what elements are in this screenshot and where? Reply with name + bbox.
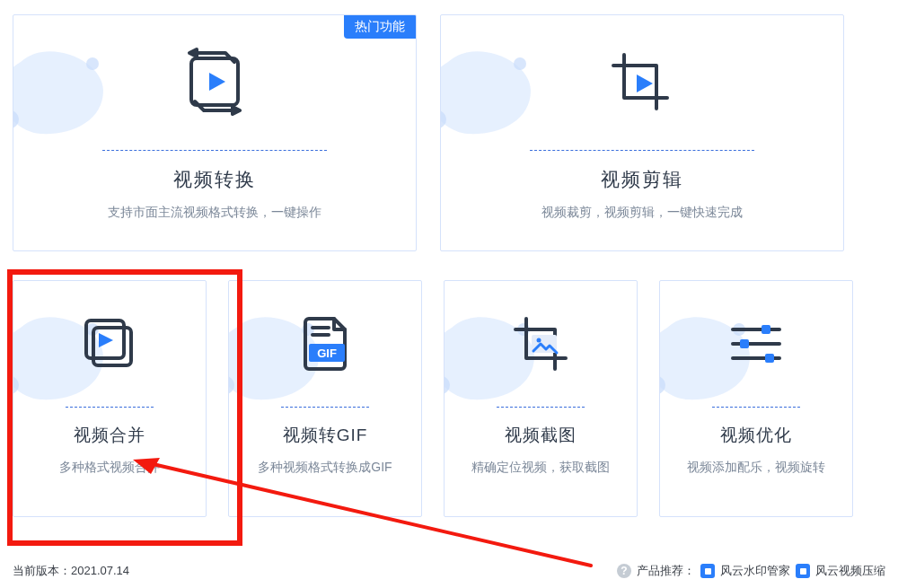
recommend-link-compress[interactable]: 风云视频压缩 (815, 563, 885, 579)
card-video-merge[interactable]: 视频合并 多种格式视频合并 (13, 280, 207, 517)
card-subtitle: 多种视频格式转换成GIF (247, 460, 402, 476)
svg-marker-5 (209, 73, 225, 91)
help-icon[interactable]: ? (617, 564, 631, 578)
card-video-convert[interactable]: 热门功能 视频转换 支持市面主流视频格式转换，一键操作 (13, 14, 417, 251)
app-icon-watermark (700, 564, 715, 578)
svg-point-23 (537, 338, 541, 343)
convert-icon (13, 15, 416, 148)
snapshot-icon (445, 281, 637, 405)
card-video-edit[interactable]: 视频剪辑 视频裁剪，视频剪辑，一键快速完成 (440, 14, 844, 251)
card-title: 视频优化 (720, 424, 792, 447)
merge-icon (13, 281, 206, 405)
app-icon-compress (796, 564, 810, 578)
card-title: 视频剪辑 (601, 167, 683, 192)
svg-rect-30 (740, 339, 749, 348)
svg-marker-8 (637, 75, 653, 92)
card-title: 视频合并 (74, 424, 145, 447)
gif-icon: GIF (229, 281, 421, 405)
recommend-link-watermark[interactable]: 风云水印管家 (720, 563, 790, 579)
card-subtitle: 多种格式视频合并 (48, 460, 171, 476)
svg-text:GIF: GIF (317, 347, 337, 360)
card-video-to-gif[interactable]: GIF 视频转GIF 多种视频格式转换成GIF (228, 280, 422, 517)
svg-marker-3 (189, 49, 197, 57)
card-subtitle: 视频裁剪，视频剪辑，一键快速完成 (531, 205, 753, 221)
sliders-icon (660, 281, 852, 405)
svg-rect-31 (765, 354, 774, 363)
svg-rect-29 (762, 325, 770, 334)
version-text: 当前版本：2021.07.14 (13, 563, 129, 579)
svg-marker-4 (233, 107, 240, 114)
card-subtitle: 精确定位视频，获取截图 (461, 460, 621, 476)
card-subtitle: 视频添加配乐，视频旋转 (676, 460, 836, 476)
card-title: 视频截图 (505, 424, 577, 447)
card-title: 视频转换 (173, 167, 256, 192)
card-video-optimize[interactable]: 视频优化 视频添加配乐，视频旋转 (659, 280, 853, 517)
card-subtitle: 支持市面主流视频格式转换，一键操作 (97, 205, 332, 221)
card-video-snapshot[interactable]: 视频截图 精确定位视频，获取截图 (444, 280, 638, 517)
crop-icon (441, 15, 843, 148)
footer-bar: 当前版本：2021.07.14 ? 产品推荐： 风云水印管家 风云视频压缩 (13, 559, 885, 583)
recommend-label: 产品推荐： (637, 563, 695, 579)
svg-marker-13 (99, 333, 113, 347)
card-title: 视频转GIF (283, 424, 368, 447)
